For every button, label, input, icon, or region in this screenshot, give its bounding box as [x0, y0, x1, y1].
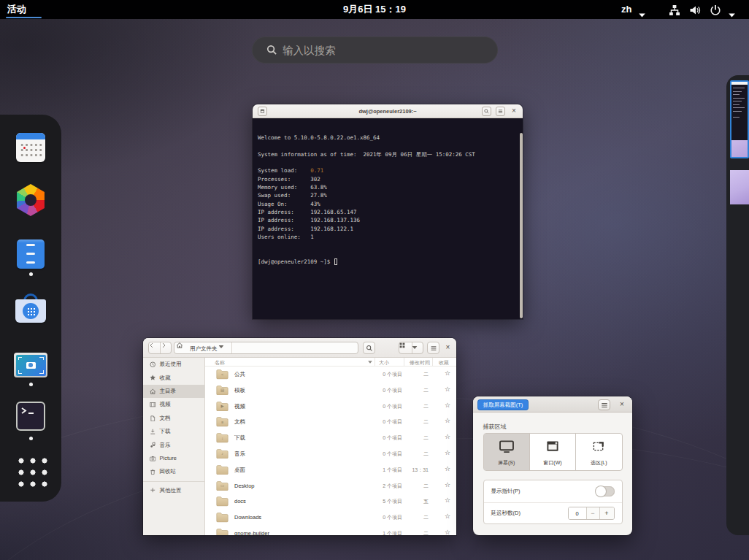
view-chevron-icon [412, 345, 418, 349]
show-apps-icon[interactable] [15, 455, 50, 490]
clock[interactable]: 9月6日 15：19 [0, 3, 749, 16]
terminal-menu-button[interactable] [496, 107, 505, 116]
take-screenshot-button[interactable]: 抓取屏幕截图(T) [477, 399, 529, 410]
star-toggle[interactable]: ☆ [445, 386, 450, 393]
list-column-headers[interactable]: 名称 大小 修改时间 收藏 [205, 358, 456, 367]
photos-app-icon[interactable] [15, 184, 47, 216]
terminal-scrollbar[interactable] [520, 133, 523, 318]
terminal-prompt-chevron [21, 407, 27, 414]
folder-emblem-share: < [219, 372, 226, 377]
column-size[interactable]: 大小 [379, 359, 389, 367]
star-toggle[interactable]: ☆ [445, 433, 450, 440]
files-window[interactable]: 用户文件夹 × 最近使用收藏主目录视频文档下载音乐Picture回收站其他位置 … [143, 338, 456, 535]
terminal-line [258, 142, 475, 150]
network-wired-icon[interactable] [669, 4, 680, 16]
file-row-docs[interactable]: docs5 个项目五☆ [205, 494, 456, 510]
terminal-line: Swap used: 27.8% [258, 192, 475, 200]
files-menu-button[interactable] [427, 342, 439, 354]
photos-icon-center [25, 194, 37, 206]
sidebar-item-Picture[interactable]: Picture [143, 452, 204, 465]
file-row-文档[interactable]: ≡文档0 个项目二☆ [205, 414, 456, 430]
files-app-icon[interactable] [17, 239, 45, 269]
sidebar-item-other-locations[interactable]: 其他位置 [143, 484, 204, 497]
file-row-Desktop[interactable]: ▭Desktop2 个项目二☆ [205, 478, 456, 494]
camera-icon [150, 456, 156, 462]
file-row-Downloads[interactable]: Downloads0 个项目二☆ [205, 510, 456, 526]
search-icon [266, 45, 277, 55]
column-star[interactable]: 收藏 [439, 359, 449, 367]
view-toggle-button[interactable] [399, 342, 423, 354]
sidebar-item-视频[interactable]: 视频 [143, 398, 204, 411]
delay-plus-button[interactable]: + [599, 507, 614, 519]
show-pointer-toggle[interactable] [596, 486, 615, 496]
star-toggle[interactable]: ☆ [445, 417, 450, 424]
terminal-close-button[interactable]: × [510, 106, 518, 115]
location-label: 用户文件夹 [190, 345, 218, 353]
mode-窗口(W)[interactable]: 窗口(W) [530, 434, 576, 470]
star-toggle[interactable]: ☆ [445, 513, 450, 520]
system-menu-chevron-icon[interactable] [729, 7, 735, 12]
delay-spinbox[interactable]: 0 − + [568, 507, 615, 520]
file-row-下载[interactable]: ↓下载0 个项目二☆ [205, 430, 456, 446]
sidebar-item-下载[interactable]: 下载 [143, 425, 204, 438]
calendar-app-icon[interactable] [16, 133, 45, 162]
sidebar-item-文档[interactable]: 文档 [143, 412, 204, 425]
folder-emblem-screen: ▭ [219, 483, 226, 488]
terminal-content[interactable]: Welcome to 5.10.0-5.8.0.22.oe1.x86_64Sys… [253, 118, 523, 319]
power-icon[interactable] [710, 4, 721, 16]
delay-minus-button[interactable]: − [586, 507, 599, 519]
file-row-音乐[interactable]: ♪音乐0 个项目二☆ [205, 446, 456, 462]
mode-屏幕(S)[interactable]: 屏幕(S) [484, 434, 530, 470]
files-close-button[interactable]: × [443, 341, 453, 353]
star-toggle[interactable]: ☆ [445, 529, 450, 535]
sidebar-item-音乐[interactable]: 音乐 [143, 438, 204, 451]
terminal-line: Processes: 302 [258, 176, 475, 184]
delay-value[interactable]: 0 [569, 507, 586, 519]
star-toggle[interactable]: ☆ [445, 496, 450, 504]
sidebar-item-收藏[interactable]: 收藏 [143, 371, 204, 384]
column-name[interactable]: 名称 [215, 359, 225, 367]
screenshot-dialog[interactable]: 抓取屏幕截图(T) × 捕获区域 屏幕(S)窗口(W)选区(L) 显示指针(P)… [473, 396, 632, 535]
terminal-header-bar[interactable]: dwj@openeuler2109:~ × [253, 104, 523, 118]
file-row-公共[interactable]: <公共0 个项目二☆ [205, 367, 456, 383]
software-app-icon[interactable] [15, 294, 46, 323]
files-search-button[interactable] [363, 342, 375, 354]
screenshot-icon-camera [26, 362, 36, 369]
sidebar-item-回收站[interactable]: 回收站 [143, 465, 204, 478]
star-toggle[interactable]: ☆ [445, 481, 450, 488]
screenshot-dialog-header: 抓取屏幕截图(T) × [473, 396, 632, 413]
sidebar-item-主目录[interactable]: 主目录 [143, 385, 204, 398]
terminal-line: IP address: 192.168.137.136 [258, 217, 475, 225]
terminal-window[interactable]: dwj@openeuler2109:~ × Welcome to 5.10.0-… [253, 104, 523, 319]
file-row-视频[interactable]: ▶视频0 个项目二☆ [205, 399, 456, 415]
sort-descending-icon [368, 361, 372, 364]
file-row-gnome-builder[interactable]: gnome-builder1 个项目二☆ [205, 526, 456, 535]
workspace-thumbnail-2[interactable] [730, 170, 749, 204]
show-pointer-label: 显示指针(P) [491, 488, 596, 495]
screenshot-menu-button[interactable] [598, 399, 610, 410]
terminal-line [258, 242, 475, 250]
calendar-icon-days [20, 142, 42, 157]
screenshot-app-icon[interactable] [14, 353, 47, 377]
star-toggle[interactable]: ☆ [445, 449, 450, 456]
file-row-桌面[interactable]: 桌面1 个项目13：31☆ [205, 462, 456, 478]
nav-buttons[interactable] [148, 342, 172, 354]
star-toggle[interactable]: ☆ [445, 465, 450, 472]
terminal-app-icon[interactable] [16, 402, 45, 431]
search-field[interactable]: 输入以搜索 [252, 37, 498, 64]
workspace-thumbnail-active[interactable] [730, 80, 749, 158]
sidebar-item-最近使用[interactable]: 最近使用 [143, 358, 204, 371]
screenshot-close-button[interactable]: × [618, 399, 626, 410]
files-toolbar: 用户文件夹 × [143, 338, 456, 358]
mode-选区(L)[interactable]: 选区(L) [576, 434, 621, 470]
folder-emblem-doc: ≡ [219, 420, 226, 425]
keyboard-layout-indicator[interactable]: zh [621, 4, 631, 15]
terminal-search-button[interactable] [482, 107, 491, 116]
terminal-line: System information as of time: 2021年 09月… [258, 151, 475, 159]
star-toggle[interactable]: ☆ [445, 369, 450, 377]
volume-icon[interactable] [689, 4, 701, 16]
column-modified[interactable]: 修改时间 [410, 359, 430, 367]
star-toggle[interactable]: ☆ [445, 402, 450, 409]
file-row-模板[interactable]: ▤模板0 个项目二☆ [205, 383, 456, 399]
path-bar[interactable]: 用户文件夹 [174, 342, 358, 354]
